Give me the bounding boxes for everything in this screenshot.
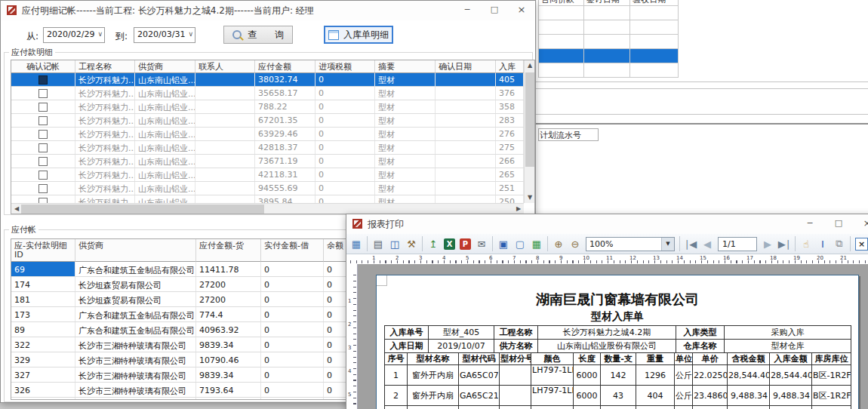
cell[interactable]: 9839.34 xyxy=(196,367,261,382)
save-icon[interactable]: ▣ xyxy=(496,236,511,251)
cell[interactable]: 40963.92 xyxy=(196,322,261,337)
scrollbar-thumb[interactable] xyxy=(21,204,264,214)
cell[interactable]: 长沙市三湘特种玻璃有限公司 xyxy=(75,337,196,352)
maximize-button[interactable]: □ xyxy=(481,1,508,20)
mail-icon[interactable]: ✉ xyxy=(474,236,489,251)
export-icon[interactable]: ↥ xyxy=(426,236,441,251)
cell[interactable]: 327 xyxy=(11,367,75,382)
query-button[interactable]: 查 询 xyxy=(223,26,293,44)
inbound-detail-button[interactable]: 入库单明细 xyxy=(324,26,393,44)
cell[interactable]: 0 xyxy=(261,307,324,321)
table-row[interactable]: 长沙万科魅力...山东南山铝业...67201.350型材283 xyxy=(11,114,524,128)
cell[interactable]: 长沙坦森贸易有限公司 xyxy=(75,277,196,291)
to-date-combo[interactable]: 2020/03/31 ∨ xyxy=(134,27,195,43)
cell[interactable]: 0 xyxy=(261,277,324,291)
scroll-up-icon[interactable]: ▲ xyxy=(525,60,535,71)
confirm-checkbox[interactable] xyxy=(38,103,48,112)
hand-tool-icon[interactable]: ☝ xyxy=(799,236,814,251)
table-icon[interactable]: ▦ xyxy=(529,236,544,251)
cell[interactable]: 11411.78 xyxy=(196,262,261,276)
table-row[interactable]: 长沙万科魅力...山东南山铝业...3895.840型材250 xyxy=(11,195,524,203)
table-row[interactable] xyxy=(539,6,679,20)
confirm-checkbox[interactable] xyxy=(38,89,48,98)
cell[interactable]: 27200 xyxy=(196,292,261,306)
table-row[interactable]: 长沙万科魅力...山东南山铝业...35658.170型材376 xyxy=(11,87,524,100)
from-date-combo[interactable]: 2020/02/29 ∨ xyxy=(43,27,105,43)
column-header[interactable]: 确认记帐 xyxy=(11,60,75,73)
column-header[interactable]: 应付金额-货 xyxy=(196,239,261,262)
zoom-out-icon[interactable]: ⊖ xyxy=(568,236,583,251)
column-header[interactable]: 验收日期 xyxy=(630,0,679,5)
column-header[interactable]: 实付金额-借 xyxy=(261,239,324,262)
minimize-button[interactable]: ─ xyxy=(796,214,824,234)
table-row[interactable]: 长沙万科魅力...山东南山铝业...42118.310型材265 xyxy=(11,168,524,182)
cell[interactable]: 广东合和建筑五金制品有限公司 xyxy=(75,307,196,321)
confirm-checkbox[interactable] xyxy=(38,116,48,125)
horizontal-scrollbar[interactable]: ◀ ▶ xyxy=(11,203,524,214)
print-icon[interactable]: ▤ xyxy=(371,236,386,251)
cell[interactable]: 0 xyxy=(261,337,324,352)
tools-icon[interactable]: ⚒ xyxy=(404,236,419,251)
close-button[interactable]: × xyxy=(853,214,868,234)
confirm-checkbox[interactable] xyxy=(38,143,48,152)
maximize-button[interactable]: □ xyxy=(824,214,853,234)
cell[interactable]: 长沙市三湘特种玻璃有限公司 xyxy=(75,367,196,382)
cell[interactable]: 69 xyxy=(11,262,75,276)
first-page-icon[interactable]: ∣◀ xyxy=(683,236,698,251)
confirm-checkbox[interactable] xyxy=(38,198,48,204)
table-row[interactable]: 长沙万科魅力...山东南山铝业...63929.460型材276 xyxy=(11,128,524,141)
minimize-button[interactable]: ─ xyxy=(454,1,481,20)
table-row[interactable]: 长沙万科魅力...山东南山铝业...788.220型材358 xyxy=(11,100,524,114)
title-bar[interactable]: 应付明细记帐------当前工程: 长沙万科魅力之城4.2期------当前用户… xyxy=(1,1,535,20)
plan-serial-field[interactable]: 计划流水号 xyxy=(538,128,599,141)
window-icon[interactable]: ▦ xyxy=(349,236,364,251)
cell[interactable]: 广东合和建筑五金制品有限公司 xyxy=(75,322,196,337)
next-page-icon[interactable]: ▶ xyxy=(760,236,775,251)
column-header[interactable]: 应-实付款明细ID xyxy=(11,239,75,262)
column-header[interactable]: 确认日期 xyxy=(436,60,496,73)
cell[interactable]: 326 xyxy=(11,383,75,397)
cell[interactable]: 7193.64 xyxy=(196,383,261,397)
confirm-checkbox[interactable] xyxy=(38,130,48,139)
column-header[interactable]: 联系人 xyxy=(195,60,255,73)
table-row[interactable]: 长沙万科魅力...山东南山铝业...73671.190型材266 xyxy=(11,155,524,168)
excel-icon[interactable]: X xyxy=(444,238,455,250)
scroll-right-icon[interactable]: ▶ xyxy=(513,204,524,214)
table-row[interactable] xyxy=(539,20,679,35)
last-page-icon[interactable]: ▶∣ xyxy=(777,236,792,251)
text-select-icon[interactable]: I xyxy=(815,236,830,251)
cell[interactable]: 9839.34 xyxy=(196,337,261,352)
cell[interactable]: 0 xyxy=(261,398,324,399)
cell[interactable]: 10790.46 xyxy=(196,352,261,367)
column-header[interactable]: 签订日期 xyxy=(584,0,631,5)
scrollbar-thumb[interactable] xyxy=(525,72,534,167)
table-row[interactable]: 长沙万科魅力...山东南山铝业...42818.370型材275 xyxy=(11,141,524,155)
cell[interactable]: 长沙坦森贸易有限公司 xyxy=(75,292,196,306)
cell[interactable]: 325 xyxy=(11,398,75,399)
cell[interactable]: 0 xyxy=(261,352,324,367)
cell[interactable]: 174 xyxy=(11,277,75,291)
confirm-checkbox[interactable] xyxy=(38,157,48,166)
pdf-icon[interactable]: P xyxy=(460,238,471,250)
column-header[interactable]: 应付金额 xyxy=(255,60,315,73)
column-header[interactable]: 入库 xyxy=(496,60,524,73)
cell[interactable]: 0 xyxy=(261,292,324,306)
column-header[interactable]: 供货商 xyxy=(135,60,195,73)
copy-icon[interactable]: ⧉ xyxy=(832,236,847,251)
cell[interactable]: 7193.64 xyxy=(196,398,261,399)
page-number-input[interactable]: 1/1 xyxy=(718,237,757,251)
cell[interactable]: 322 xyxy=(11,337,75,352)
close-preview-icon[interactable]: × xyxy=(855,238,868,251)
cell[interactable]: 长沙市三湘特种玻璃有限公司 xyxy=(75,383,196,397)
close-button[interactable]: × xyxy=(508,1,535,20)
confirm-checkbox[interactable] xyxy=(38,75,48,85)
cell[interactable]: 广东合和建筑五金制品有限公司 xyxy=(75,262,196,276)
cell[interactable]: 0 xyxy=(261,383,324,397)
zoom-in-icon[interactable]: ⊕ xyxy=(551,236,566,251)
chevron-down-icon[interactable]: ▼ xyxy=(661,238,674,251)
column-header[interactable]: 进项税额 xyxy=(315,60,375,73)
cell[interactable]: 长沙市三湘特种玻璃有限公司 xyxy=(75,398,196,399)
table-row[interactable] xyxy=(539,63,679,78)
page-icon[interactable]: ▢ xyxy=(512,236,528,251)
title-bar[interactable]: 报表打印 ─ □ × xyxy=(346,214,868,234)
